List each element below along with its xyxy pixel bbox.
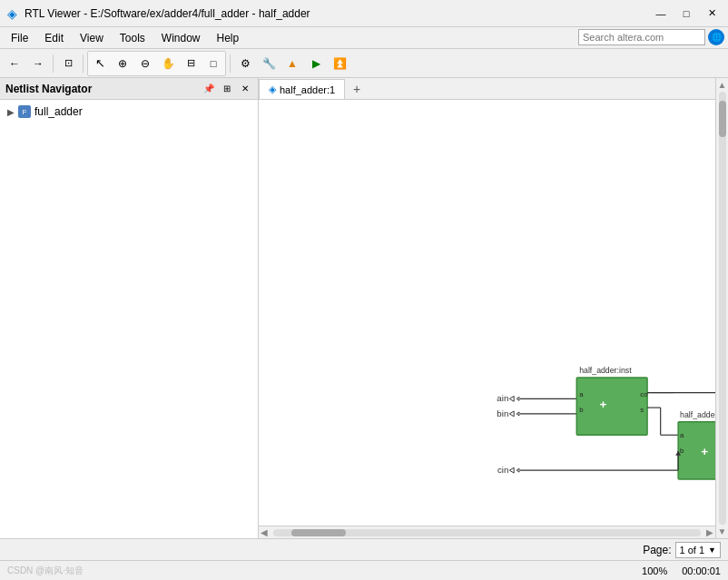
title-bar: ◈ RTL Viewer - E:/Software/ex/adder4/ful… bbox=[0, 0, 728, 27]
window-title: RTL Viewer - E:/Software/ex/adder4/full_… bbox=[25, 7, 644, 20]
tab-bar: ◈ half_adder:1 + bbox=[259, 78, 715, 100]
back-button[interactable]: ← bbox=[4, 53, 25, 74]
netlist-header: Netlist Navigator 📌 ⊞ ✕ bbox=[0, 78, 258, 100]
zoom-out-button[interactable]: ⊖ bbox=[134, 53, 156, 74]
netlist-content[interactable]: ▶ F full_adder bbox=[0, 100, 258, 538]
minimize-button[interactable]: — bbox=[652, 5, 670, 23]
svg-text:+: + bbox=[599, 398, 606, 411]
rtl-diagram-svg: ain bin cin half_adder:inst + a b co s bbox=[259, 100, 715, 526]
tree-item-full-adder[interactable]: ▶ F full_adder bbox=[4, 103, 254, 120]
svg-text:a: a bbox=[579, 390, 584, 398]
zoom-in-button[interactable]: ⊕ bbox=[112, 53, 133, 74]
tree-item-label: full_adder bbox=[34, 105, 83, 118]
toolbar-separator-1 bbox=[53, 54, 54, 73]
menu-file[interactable]: File bbox=[4, 30, 35, 46]
toolbar-separator-2 bbox=[83, 54, 84, 73]
svg-text:co: co bbox=[640, 390, 647, 398]
netlist-close-button[interactable]: ✕ bbox=[238, 82, 252, 96]
marquee-button[interactable]: ⊟ bbox=[180, 53, 202, 74]
maximize-button[interactable]: □ bbox=[677, 5, 695, 23]
netlist-pin-button[interactable]: 📌 bbox=[202, 82, 216, 96]
canvas-area: ◈ half_adder:1 + ain bin bbox=[259, 78, 715, 538]
tab-add-button[interactable]: + bbox=[347, 79, 367, 99]
tree-arrow: ▶ bbox=[7, 107, 15, 117]
status-right: 100% 00:00:01 bbox=[642, 565, 721, 576]
svg-text:b: b bbox=[680, 447, 684, 455]
page-dropdown[interactable]: 1 of 1 ▼ bbox=[675, 542, 721, 558]
scroll-track[interactable] bbox=[273, 529, 701, 536]
menu-window[interactable]: Window bbox=[154, 30, 208, 46]
netlist-grid-button[interactable]: ⊞ bbox=[220, 82, 234, 96]
tab-half-adder[interactable]: ◈ half_adder:1 bbox=[259, 79, 345, 99]
rtl-canvas[interactable]: ain bin cin half_adder:inst + a b co s bbox=[259, 100, 715, 526]
tree-node-icon: F bbox=[18, 105, 31, 118]
search-input[interactable] bbox=[578, 29, 705, 45]
svg-text:cin: cin bbox=[497, 465, 508, 475]
menu-view[interactable]: View bbox=[73, 30, 111, 46]
box-select-button[interactable]: □ bbox=[202, 53, 224, 74]
wrench-button[interactable]: 🔧 bbox=[258, 53, 280, 74]
menu-help[interactable]: Help bbox=[210, 30, 247, 46]
up-button[interactable]: ⏫ bbox=[329, 53, 350, 74]
svg-text:b: b bbox=[579, 406, 583, 414]
vertical-scrollbar[interactable]: ▲ ▼ bbox=[715, 78, 728, 538]
netlist-title: Netlist Navigator bbox=[5, 83, 198, 95]
menu-edit[interactable]: Edit bbox=[37, 30, 71, 46]
status-bar: CSDN @南风·知音 100% 00:00:01 bbox=[0, 560, 728, 580]
tab-label: half_adder:1 bbox=[280, 84, 335, 95]
select-tool-button[interactable]: ↖ bbox=[89, 53, 111, 74]
svg-text:ain: ain bbox=[497, 393, 508, 403]
settings-button[interactable]: ⚙ bbox=[234, 53, 256, 74]
watermark: CSDN @南风·知音 bbox=[7, 565, 84, 577]
pan-tool-button[interactable]: ✋ bbox=[157, 53, 179, 74]
menu-tools[interactable]: Tools bbox=[113, 30, 152, 46]
svg-text:a: a bbox=[680, 431, 684, 439]
svg-text:half_adder:inst: half_adder:inst bbox=[579, 366, 632, 375]
zoom-level: 100% bbox=[642, 565, 667, 576]
page-value: 1 of 1 bbox=[680, 545, 705, 555]
svg-text:bin: bin bbox=[497, 408, 508, 418]
expand-button[interactable]: ▲ bbox=[281, 53, 303, 74]
svg-rect-10 bbox=[576, 378, 647, 435]
toolbar-separator-3 bbox=[230, 54, 231, 73]
fit-page-button[interactable]: ⊡ bbox=[57, 53, 79, 74]
search-globe-icon[interactable]: 🌐 bbox=[708, 29, 724, 45]
svg-text:s: s bbox=[640, 406, 644, 414]
page-label: Page: bbox=[643, 544, 671, 556]
app-icon: ◈ bbox=[7, 6, 17, 21]
time-display: 00:00:01 bbox=[682, 565, 721, 576]
main-layout: Netlist Navigator 📌 ⊞ ✕ ▶ F full_adder ◈… bbox=[0, 78, 728, 538]
netlist-panel: Netlist Navigator 📌 ⊞ ✕ ▶ F full_adder bbox=[0, 78, 259, 538]
page-indicator: Page: 1 of 1 ▼ bbox=[0, 538, 728, 560]
tab-icon: ◈ bbox=[269, 84, 276, 95]
horizontal-scrollbar[interactable]: ◀ ▶ bbox=[259, 526, 715, 538]
close-button[interactable]: ✕ bbox=[703, 5, 721, 23]
menu-bar: File Edit View Tools Window Help 🌐 bbox=[0, 27, 728, 49]
svg-rect-0 bbox=[259, 108, 715, 516]
run-button[interactable]: ▶ bbox=[305, 53, 327, 74]
scroll-thumb[interactable] bbox=[291, 529, 346, 536]
toolbar: ← → ⊡ ↖ ⊕ ⊖ ✋ ⊟ □ ⚙ 🔧 ▲ ▶ ⏫ bbox=[0, 49, 728, 78]
dropdown-arrow-icon: ▼ bbox=[708, 546, 716, 555]
forward-button[interactable]: → bbox=[27, 53, 49, 74]
svg-text:half_adder:inst1: half_adder:inst1 bbox=[680, 410, 715, 419]
svg-text:+: + bbox=[701, 445, 708, 458]
